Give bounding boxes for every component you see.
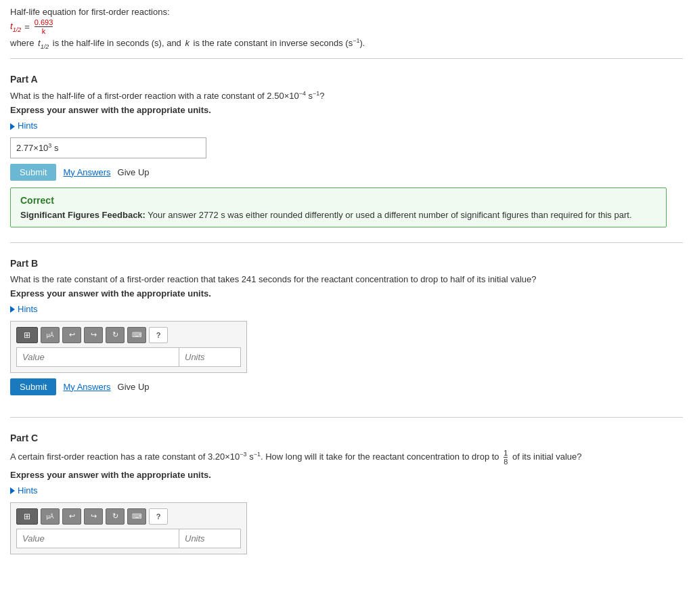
part-c-title: Part C (10, 433, 683, 443)
part-a-section: Part A What is the half-life of a first-… (10, 66, 683, 236)
part-c-units-input[interactable] (179, 529, 240, 548)
part-a-submit-button[interactable]: Submit (10, 164, 56, 181)
part-a-submit-row: Submit My Answers Give Up (10, 164, 683, 181)
part-a-give-up[interactable]: Give Up (118, 167, 150, 177)
part-b-section: Part B What is the rate constant of a fi… (10, 250, 683, 410)
part-b-units-input[interactable] (179, 348, 240, 366)
part-c-value-input[interactable] (17, 529, 179, 548)
part-c-question: A certain first-order reaction has a rat… (10, 449, 683, 466)
grid-icon-b: ⊞ (24, 330, 30, 340)
part-b-value-input[interactable] (17, 348, 179, 366)
help-button-c[interactable]: ? (149, 508, 168, 525)
part-b-submit-button[interactable]: Submit (10, 378, 56, 395)
equation-row: t1/2 = 0.693 k (10, 18, 683, 35)
part-a-feedback: Significant Figures Feedback: Your answe… (20, 210, 656, 220)
part-c-math-fields (16, 529, 241, 548)
mu-icon-b: μÅ (46, 332, 53, 338)
redo-button-c[interactable]: ↪ (84, 508, 103, 525)
part-a-correct-box: Correct Significant Figures Feedback: Yo… (10, 188, 667, 227)
hints-arrow-b-icon (10, 306, 15, 313)
part-c-section: Part C A certain first-order reaction ha… (10, 424, 683, 568)
refresh-button-b[interactable]: ↻ (106, 327, 125, 343)
hints-arrow-c-icon (10, 487, 15, 494)
intro-label: Half-life equation for first-order react… (10, 7, 683, 17)
part-a-hints-link[interactable]: Hints (10, 120, 38, 131)
part-a-title: Part A (10, 74, 683, 85)
refresh-icon-b: ↻ (112, 330, 118, 339)
equals-sign: = (24, 22, 30, 32)
page-container: Half-life equation for first-order react… (0, 0, 693, 575)
help-icon-b: ? (156, 331, 161, 339)
help-button-b[interactable]: ? (149, 327, 168, 343)
part-a-my-answers-link[interactable]: My Answers (63, 167, 110, 177)
part-a-answer-box: 2.77×103 s (10, 137, 683, 158)
kbd-button-c[interactable]: ⌨ (127, 508, 146, 525)
refresh-button-c[interactable]: ↻ (106, 508, 125, 525)
part-c-express: Express your answer with the appropriate… (10, 470, 683, 480)
equation-fraction: 0.693 k (35, 18, 53, 35)
part-b-hints-link[interactable]: Hints (10, 304, 38, 314)
part-a-correct-title: Correct (20, 195, 656, 206)
t-half-inline: t1/2 (38, 38, 49, 48)
redo-icon-c: ↪ (91, 512, 97, 521)
intro-where-text: where t1/2 is the half-life in seconds (… (10, 37, 683, 50)
part-b-question: What is the rate constant of a first-ord… (10, 274, 683, 284)
part-c-hints-link[interactable]: Hints (10, 485, 38, 496)
refresh-icon-c: ↻ (112, 512, 118, 521)
grid-icon-button-b[interactable]: ⊞ (16, 327, 38, 343)
part-a-express: Express your answer with the appropriate… (10, 105, 683, 115)
grid-icon-button-c[interactable]: ⊞ (16, 508, 38, 525)
mu-icon-c: μÅ (46, 513, 53, 520)
mu-icon-button-b[interactable]: μÅ (41, 327, 60, 343)
part-a-question: What is the half-life of a first-order r… (10, 90, 683, 101)
part-a-input[interactable]: 2.77×103 s (10, 137, 206, 158)
divider-mid (10, 242, 683, 243)
help-icon-c: ? (156, 512, 161, 521)
part-b-my-answers-link[interactable]: My Answers (63, 382, 110, 392)
part-b-math-container: ⊞ μÅ ↩ ↪ ↻ ⌨ ? (10, 321, 247, 373)
kbd-icon-c: ⌨ (132, 512, 141, 520)
kbd-button-b[interactable]: ⌨ (127, 327, 146, 343)
part-b-submit-row: Submit My Answers Give Up (10, 378, 683, 395)
redo-icon-b: ↪ (91, 330, 97, 339)
part-b-math-fields (16, 347, 241, 367)
divider-top (10, 58, 683, 59)
divider-bottom (10, 417, 683, 418)
undo-button-c[interactable]: ↩ (62, 508, 81, 525)
part-b-express: Express your answer with the appropriate… (10, 288, 683, 299)
mu-icon-button-c[interactable]: μÅ (41, 508, 60, 525)
fraction-inline: 1 8 (504, 449, 508, 466)
undo-button-b[interactable]: ↩ (62, 327, 81, 343)
intro-section: Half-life equation for first-order react… (10, 7, 683, 50)
part-c-toolbar: ⊞ μÅ ↩ ↪ ↻ ⌨ ? (16, 508, 241, 525)
t-half-symbol: t1/2 (10, 21, 21, 33)
hints-arrow-icon (10, 123, 15, 130)
redo-button-b[interactable]: ↪ (84, 327, 103, 343)
part-b-title: Part B (10, 258, 683, 269)
part-b-give-up[interactable]: Give Up (118, 382, 150, 392)
k-inline: k (185, 38, 189, 48)
undo-icon-c: ↩ (69, 512, 75, 521)
grid-icon-c: ⊞ (24, 512, 30, 521)
undo-icon-b: ↩ (69, 330, 75, 339)
part-b-toolbar: ⊞ μÅ ↩ ↪ ↻ ⌨ ? (16, 327, 241, 343)
kbd-icon-b: ⌨ (132, 331, 141, 338)
part-c-math-container: ⊞ μÅ ↩ ↪ ↻ ⌨ ? (10, 502, 247, 554)
